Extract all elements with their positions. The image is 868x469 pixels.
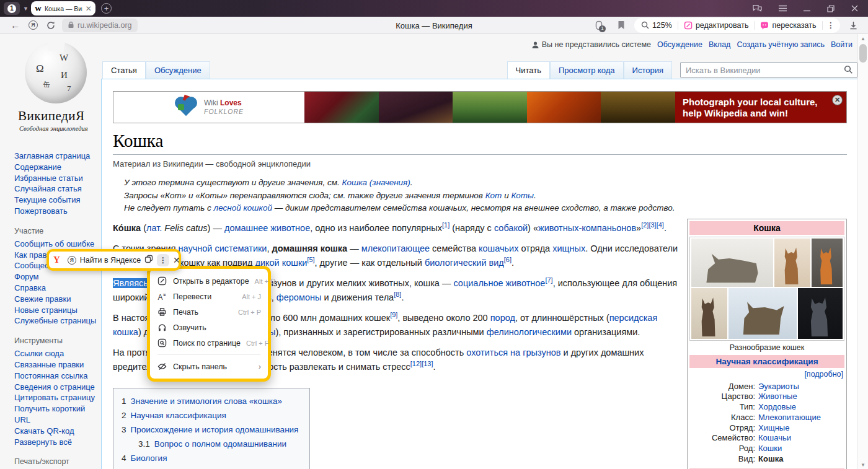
- search-input[interactable]: [680, 62, 857, 78]
- banner-photo-4: [527, 92, 601, 123]
- tab-close-icon[interactable]: ✕: [86, 5, 92, 12]
- page-scrollbar[interactable]: ▲ ▼: [857, 34, 868, 469]
- scroll-up-icon[interactable]: ▲: [858, 34, 868, 43]
- menu-item-translate[interactable]: Aж Перевести Alt + J: [150, 289, 268, 304]
- wiki-loves-folklore-banner[interactable]: Wiki Loves FOLKLORE Photograph your loca…: [113, 91, 847, 123]
- sidebar-link[interactable]: Сообщить об ошибке: [14, 239, 101, 250]
- taxonomy-value[interactable]: Животные: [758, 392, 797, 402]
- banner-photo-1: [304, 92, 379, 123]
- sidebar-link[interactable]: Текущие события: [14, 195, 101, 206]
- taxonomy-row: Род: Кошки: [689, 444, 844, 454]
- popup-more-icon[interactable]: ⋮: [157, 254, 169, 266]
- retell-button[interactable]: пересказать: [755, 18, 822, 33]
- address-bar[interactable]: ru.wikipedia.org: [62, 19, 138, 32]
- refresh-icon[interactable]: [46, 21, 55, 30]
- sidebar-link[interactable]: Справка: [14, 283, 101, 294]
- sidebar-link[interactable]: Ссылки сюда: [14, 348, 101, 359]
- sidebar-link[interactable]: Цитировать страницу: [14, 392, 101, 403]
- wikipedia-globe-logo[interactable]: Ω W И 7 缶: [25, 42, 87, 103]
- back-icon[interactable]: ←: [11, 20, 20, 30]
- find-in-yandex-label[interactable]: Найти в Яндексе: [80, 256, 141, 265]
- menu-icon[interactable]: [779, 5, 787, 12]
- minimize-icon[interactable]: [804, 5, 810, 12]
- sidebar-link[interactable]: Случайная статья: [14, 183, 101, 195]
- new-tab-button[interactable]: +: [101, 3, 112, 14]
- toc-link[interactable]: Научная классификация: [131, 411, 226, 420]
- toc-link[interactable]: Происхождение и история одомашнивания: [131, 425, 299, 434]
- toc-row: 1Значение и этимология слова «кошка»: [122, 394, 298, 408]
- menu-item-hide-panel[interactable]: Скрыть панель ›: [150, 359, 268, 374]
- sidebar-link[interactable]: Новые страницы: [14, 305, 101, 316]
- sidebar-link[interactable]: Связанные правки: [14, 359, 101, 370]
- download-icon[interactable]: [849, 21, 857, 30]
- zoom-control[interactable]: 125%: [636, 18, 678, 33]
- tab-talk[interactable]: Обсуждение: [146, 61, 210, 79]
- sidebar-link[interactable]: Содержание: [14, 162, 101, 173]
- toc-link[interactable]: Значение и этимология слова «кошка»: [131, 397, 282, 406]
- sidebar-link[interactable]: Развернуть всё: [14, 437, 101, 448]
- sidebar-section-title: Печать/экспорт: [14, 457, 101, 466]
- retell-icon: [760, 21, 769, 30]
- more-actions-button[interactable]: ⋮: [823, 18, 839, 33]
- close-icon[interactable]: [851, 5, 858, 12]
- tab-view-source[interactable]: Просмотр кода: [550, 61, 624, 79]
- tab-article[interactable]: Статья: [102, 61, 146, 79]
- find-in-yandex-popup: Y Я Найти в Яндексе ⋮ ✕: [46, 249, 181, 271]
- toc-row: 4.1Физиология: [122, 465, 298, 469]
- toc-row: 3.1Вопрос о полном одомашнивании: [122, 437, 298, 451]
- tab-counter-button[interactable]: 1: [4, 2, 20, 15]
- tab-history[interactable]: История: [624, 61, 672, 79]
- sidebar-link[interactable]: Постоянная ссылка: [14, 370, 101, 382]
- taxonomy-value[interactable]: Кошка: [758, 454, 783, 465]
- personal-link-talk[interactable]: Обсуждение: [657, 40, 702, 49]
- classification-header[interactable]: Научная классификация: [689, 355, 844, 368]
- taxonomy-table: Домен: Эукариоты Царство: Животные Тип: …: [689, 381, 844, 468]
- sidebar-link[interactable]: Форум: [14, 271, 101, 283]
- taxonomy-value[interactable]: Эукариоты: [758, 382, 799, 392]
- copy-icon[interactable]: [144, 255, 153, 266]
- taxonomy-value[interactable]: Хищные: [758, 423, 789, 434]
- edit-button[interactable]: редактировать: [678, 18, 755, 33]
- menu-item-voice[interactable]: Озвучить: [150, 320, 268, 335]
- banner-photo-3: [453, 92, 527, 123]
- popup-close-icon[interactable]: ✕: [173, 256, 180, 265]
- toc-link[interactable]: Вопрос о полном одомашнивании: [154, 439, 286, 449]
- sidebar-link[interactable]: Заглавная страница: [14, 151, 101, 162]
- taxonomy-value[interactable]: Хордовые: [758, 402, 796, 413]
- search-icon[interactable]: [844, 65, 853, 77]
- eye-off-icon: [157, 362, 167, 371]
- personal-link-create-account[interactable]: Создать учётную запись: [737, 40, 825, 49]
- taxonomy-value[interactable]: Млекопитающие: [758, 413, 821, 423]
- scrollbar-thumb[interactable]: [859, 44, 867, 63]
- sidebar-link[interactable]: Пожертвовать: [14, 206, 101, 217]
- toc-link[interactable]: Биология: [131, 454, 167, 463]
- menu-item-print[interactable]: Печать Ctrl + P: [150, 304, 268, 320]
- restore-icon[interactable]: [827, 5, 835, 12]
- bookmark-icon[interactable]: [618, 20, 625, 30]
- sidebar-link[interactable]: Служебные страницы: [14, 315, 101, 327]
- sidebar-link[interactable]: Получить короткий URL: [14, 403, 101, 426]
- cat-photo-2: [774, 239, 810, 287]
- tab-read[interactable]: Читать: [507, 61, 550, 79]
- personal-link-contribs[interactable]: Вклад: [709, 40, 731, 49]
- wikipedia-wordmark[interactable]: ВикипедиЯ: [18, 108, 101, 124]
- menu-item-open-in-editor[interactable]: Открыть в редакторе Alt + O: [150, 273, 268, 289]
- sidebar-link[interactable]: Свежие правки: [14, 294, 101, 305]
- taxonomy-value[interactable]: Кошачьи: [758, 433, 791, 444]
- banner-close-icon[interactable]: ✕: [832, 95, 843, 105]
- menu-item-find-on-page[interactable]: Поиск по странице Ctrl + F: [150, 335, 268, 351]
- sidebar-link[interactable]: Избранные статьи: [14, 173, 101, 184]
- details-link[interactable]: [подробно]: [689, 368, 844, 381]
- sidebar-link[interactable]: Сведения о странице: [14, 382, 101, 393]
- chat-bubbles-icon[interactable]: [753, 4, 762, 12]
- yandex-services-icon[interactable]: Я: [29, 20, 38, 30]
- personal-link-login[interactable]: Войти: [831, 40, 852, 49]
- sidebar-link[interactable]: Скачать QR-код: [14, 426, 101, 437]
- scroll-down-icon[interactable]: ▼: [858, 460, 868, 469]
- banner-photos: [304, 92, 675, 123]
- chevron-down-icon[interactable]: ▼: [23, 6, 29, 12]
- browser-tab[interactable]: W Кошка — Википедия ✕: [31, 1, 95, 15]
- sidebar-main-nav: Заглавная страницаСодержаниеИзбранные ст…: [14, 151, 101, 217]
- protect-icon[interactable]: 1: [594, 20, 604, 30]
- taxonomy-value[interactable]: Кошки: [758, 444, 782, 454]
